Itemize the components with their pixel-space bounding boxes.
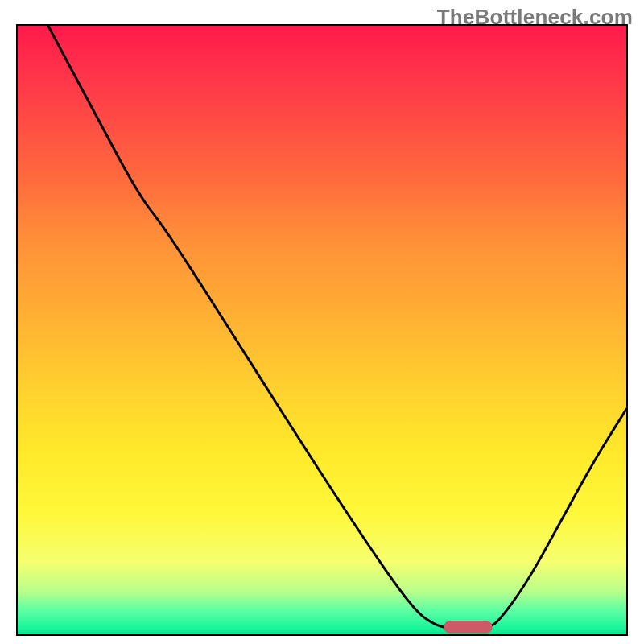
chart-plot-area <box>16 24 628 636</box>
optimum-marker <box>444 621 492 633</box>
chart-stage: TheBottleneck.com <box>0 0 644 644</box>
optimum-marker-layer <box>18 26 626 634</box>
watermark-text: TheBottleneck.com <box>437 5 633 30</box>
